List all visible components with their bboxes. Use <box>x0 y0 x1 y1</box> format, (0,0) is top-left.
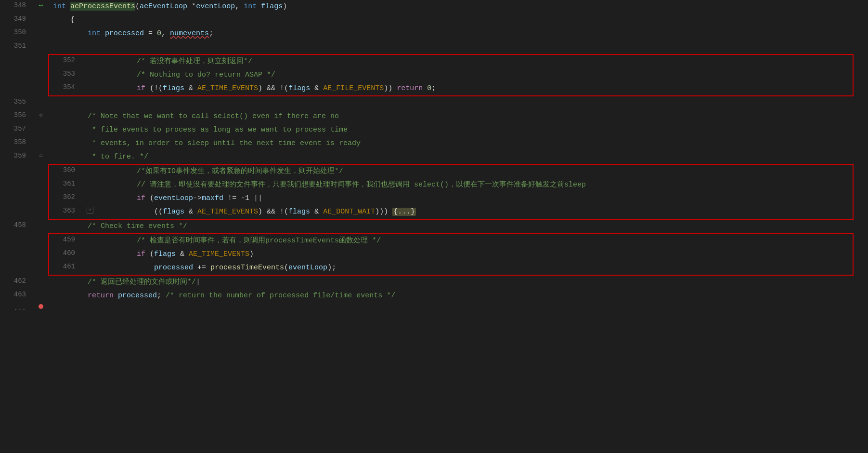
line-content-363: ((flags & AE_TIME_EVENTS) && !(flags & A… <box>97 205 853 219</box>
gutter-357 <box>34 123 48 125</box>
code-line-350: 350 int processed = 0, numevents; <box>0 27 868 40</box>
line-number-458: 458 <box>0 220 34 229</box>
gutter-348: ↔ <box>34 0 48 9</box>
line-number-359: 359 <box>0 150 34 160</box>
gutter-349 <box>34 13 48 15</box>
line-number-463: 463 <box>0 289 34 298</box>
gutter-350 <box>34 27 48 28</box>
kw-if-460: if <box>137 250 145 258</box>
line-content-461: processed += processTimeEvents(eventLoop… <box>97 261 853 275</box>
collapse-icon[interactable]: + <box>87 207 93 213</box>
line-content-458: /* Check time events */ <box>48 220 868 233</box>
param-eventloop-461: eventLoop <box>288 264 327 272</box>
red-box-section-1: 352 /* 若没有事件处理，则立刻返回*/ 353 /* Nothing to… <box>48 54 854 96</box>
gutter-464 <box>34 303 48 309</box>
home-icon: ⌂ <box>39 152 42 159</box>
comment-356: /* Note that we want to call select() ev… <box>88 112 339 120</box>
line-number-352: 352 <box>49 55 83 64</box>
macro-ae-dont-363: AE_DONT_WAIT <box>323 208 375 216</box>
code-line-460: 460 if (flags & AE_TIME_EVENTS) <box>49 248 853 261</box>
red-box-section-2: 360 /*如果有IO事件发生，或者紧急的时间事件发生，则开始处理*/ 361 … <box>48 164 854 220</box>
macro-ae-time-363: AE_TIME_EVENTS <box>197 208 258 216</box>
line-number-355: 355 <box>0 96 34 106</box>
line-number-356: 356 <box>0 110 34 119</box>
collapsed-block: {...} <box>392 208 416 216</box>
code-line-348: 348 ↔ int aeProcessEvents(aeEventLoop *e… <box>0 0 868 13</box>
code-line-357: 357 * file events to process as long as … <box>0 123 868 137</box>
line-number-353: 353 <box>49 68 83 78</box>
num-0: 0 <box>157 29 161 38</box>
comment-462: /* 返回已经处理的文件或时间*/ <box>88 278 196 286</box>
gutter-458 <box>34 220 48 221</box>
line-content-463: return processed; /* return the number o… <box>48 289 868 303</box>
line-content-362: if (eventLoop->maxfd != -1 || <box>97 192 853 205</box>
gutter-351 <box>34 40 48 42</box>
line-content-354: if (!(flags & AE_TIME_EVENTS) && !(flags… <box>97 82 853 95</box>
line-content-357: * file events to process as long as we w… <box>48 123 868 137</box>
var-maxfd: maxfd <box>202 194 223 202</box>
gutter-360 <box>83 165 97 166</box>
code-line-354: 354 if (!(flags & AE_TIME_EVENTS) && !(f… <box>49 82 853 95</box>
comment-360: /*如果有IO事件发生，或者紧急的时间事件发生，则开始处理*/ <box>137 167 343 175</box>
gutter-354 <box>83 82 97 83</box>
comment-352: /* 若没有事件处理，则立刻返回*/ <box>137 57 252 66</box>
line-number-459: 459 <box>49 234 83 243</box>
param-eventLoop: eventLoop <box>196 2 235 11</box>
code-line-358: 358 * events, in order to sleep until th… <box>0 137 868 150</box>
var-processed-461: processed <box>154 264 193 272</box>
line-number-349: 349 <box>0 13 34 23</box>
gutter-461 <box>83 261 97 263</box>
code-line-361: 361 // 请注意，即使没有要处理的文件事件，只要我们想要处理时间事件，我们也… <box>49 178 853 192</box>
error-icon <box>39 304 43 309</box>
line-content-353: /* Nothing to do? return ASAP */ <box>97 68 853 82</box>
red-box-section-3: 459 /* 检查是否有时间事件，若有，则调用processTimeEvents… <box>48 233 854 276</box>
code-line-352: 352 /* 若没有事件处理，则立刻返回*/ <box>49 55 853 68</box>
line-content-459: /* 检查是否有时间事件，若有，则调用processTimeEvents函数处理… <box>97 234 853 248</box>
line-content-352: /* 若没有事件处理，则立刻返回*/ <box>97 55 853 68</box>
line-content-460: if (flags & AE_TIME_EVENTS) <box>97 248 853 261</box>
fn-processTimeEvents: processTimeEvents <box>210 264 284 272</box>
comment-361: // 请注意，即使没有要处理的文件事件，只要我们想要处理时间事件，我们也想调用 … <box>137 181 586 189</box>
line-content-356: /* Note that we want to call select() ev… <box>48 110 868 123</box>
line-number-460: 460 <box>49 248 83 257</box>
gutter-459 <box>83 234 97 236</box>
num-0-354: 0 <box>427 84 431 93</box>
line-content-350: int processed = 0, numevents; <box>48 27 868 40</box>
kw-return-463: return <box>88 292 114 300</box>
code-line-463: 463 return processed; /* return the numb… <box>0 289 868 303</box>
var-processed: processed <box>105 29 144 38</box>
line-content-359: * to fire. */ <box>48 150 868 164</box>
gutter-361 <box>83 178 97 180</box>
code-line-349: 349 { <box>0 13 868 27</box>
code-line-351: 351 <box>0 40 868 54</box>
line-number-357: 357 <box>0 123 34 133</box>
line-number-350: 350 <box>0 27 34 36</box>
code-line-359: 359 ⌂ * to fire. */ <box>0 150 868 164</box>
kw-if-354: if <box>137 84 145 93</box>
gutter-463 <box>34 289 48 291</box>
code-line-360: 360 /*如果有IO事件发生，或者紧急的时间事件发生，则开始处理*/ <box>49 165 853 178</box>
comment-463: /* return the number of processed file/t… <box>166 292 395 300</box>
code-line-363: 363 + ((flags & AE_TIME_EVENTS) && !(fla… <box>49 205 853 219</box>
gutter-460 <box>83 248 97 249</box>
code-line-355: 355 <box>0 96 868 110</box>
keyword-int2: int <box>244 2 257 11</box>
keyword-int-350: int <box>88 29 101 38</box>
keyword-int: int <box>53 2 66 11</box>
param-flags-354a: flags <box>163 84 184 93</box>
line-number-360: 360 <box>49 165 83 174</box>
gutter-358 <box>34 137 48 138</box>
param-flags-363a: flags <box>163 208 184 216</box>
param-flags-460: flags <box>154 250 176 258</box>
function-name: aeProcessEvents <box>70 2 135 11</box>
code-line-464: ... <box>0 303 868 316</box>
code-line-459: 459 /* 检查是否有时间事件，若有，则调用processTimeEvents… <box>49 234 853 248</box>
var-numevents: numevents <box>170 29 209 38</box>
comment-358: * events, in order to sleep until the ne… <box>92 139 361 147</box>
line-content-360: /*如果有IO事件发生，或者紧急的时间事件发生，则开始处理*/ <box>97 165 853 178</box>
line-content-349: { <box>48 13 868 27</box>
gutter-356: ◇ <box>34 110 48 119</box>
gutter-462 <box>34 276 48 277</box>
gutter-355 <box>34 96 48 98</box>
code-line-462: 462 /* 返回已经处理的文件或时间*/| <box>0 276 868 289</box>
